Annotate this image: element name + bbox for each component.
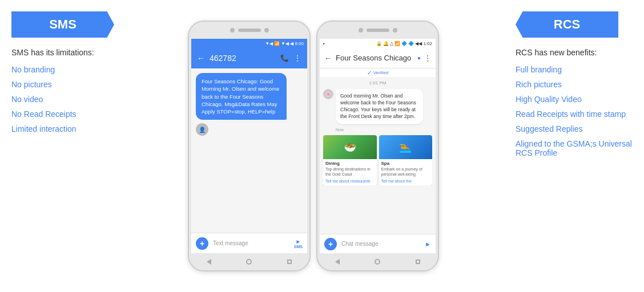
sms-time: ▼◀ ◀ 8:00 xyxy=(281,41,304,46)
send-sms-button[interactable]: ► SMS xyxy=(294,238,303,249)
rcs-panel: RCS RCS has new benefits: Full branding … xyxy=(507,6,644,286)
benefit-hq-video: High Quality Video xyxy=(516,95,582,104)
rcs-app-bar: ← Four Seasons Chicago ● ⋮ xyxy=(320,48,436,68)
rcs-recents-nav-button[interactable] xyxy=(413,257,423,267)
rcs-screen: ▪ 🔒 🔔 △ 📶 🔷 🔷 ◀◀ 1:02 ← Four Seasons Chi… xyxy=(320,39,436,253)
rcs-send-icon[interactable]: ► xyxy=(425,241,431,248)
dining-card[interactable]: 🥗 Dining Top dining destinations in the … xyxy=(323,135,377,185)
rcs-add-button[interactable]: + xyxy=(324,238,337,250)
rcs-cards-row: 🥗 Dining Top dining destinations in the … xyxy=(323,135,432,185)
dining-card-action[interactable]: Tell me about restaurants xyxy=(323,178,377,185)
dining-card-image: 🥗 xyxy=(323,135,377,159)
sms-phone-top xyxy=(189,22,309,39)
rcs-status-bar: ▪ 🔒 🔔 △ 📶 🔷 🔷 ◀◀ 1:02 xyxy=(320,39,436,48)
sms-badge: SMS xyxy=(11,11,114,38)
rcs-camera-dot xyxy=(359,28,363,33)
speaker xyxy=(238,29,261,32)
verified-row: ✓ Verified xyxy=(320,68,436,77)
spa-card[interactable]: 🏊 Spa Embark on a journey of personal we… xyxy=(379,135,433,185)
sms-description: SMS has its limitations: xyxy=(11,48,108,57)
limitation-no-video: No video xyxy=(11,95,108,104)
brand-avatar: 🌸 xyxy=(323,89,333,99)
limitation-limited-interaction: Limited interaction xyxy=(11,124,108,133)
home-nav-button[interactable] xyxy=(244,257,254,267)
benefit-gsma-profile: Aligned to the GSMA;s Universal RCS Prof… xyxy=(516,139,635,157)
benefit-full-branding: Full branding xyxy=(516,65,562,74)
sms-status-bar: ▼◀ 📶 ▼◀ ◀ 8:00 xyxy=(191,39,307,48)
verified-shield-icon: ● xyxy=(417,55,421,61)
spa-card-title: Spa xyxy=(379,159,433,167)
rcs-message-area: 1:01 PM 🌸 Good morning Mr. Olsen and wel… xyxy=(320,77,436,234)
limitation-no-read-receipts: No Read Receipts xyxy=(11,110,108,119)
rcs-badge: RCS xyxy=(516,11,618,38)
rcs-back-nav-button[interactable] xyxy=(332,257,343,267)
rcs-speaker xyxy=(367,29,389,32)
sms-app-bar: ← 462782 📞 ⋮ xyxy=(191,48,307,68)
sms-bubble: Four Seasons Chicago: Good Morning Mr. O… xyxy=(196,73,287,120)
verified-check-icon: ✓ xyxy=(367,70,372,76)
phones-container: ▼◀ 📶 ▼◀ ◀ 8:00 ← 462782 📞 ⋮ Four Seasons… xyxy=(120,21,507,271)
sms-screen: ▼◀ 📶 ▼◀ ◀ 8:00 ← 462782 📞 ⋮ Four Seasons… xyxy=(191,39,307,253)
more-options-icon[interactable]: ⋮ xyxy=(293,54,301,63)
back-icon[interactable]: ← xyxy=(197,54,205,63)
back-nav-button[interactable] xyxy=(204,257,214,267)
message-time: 1:01 PM xyxy=(323,80,432,86)
spa-card-image: 🏊 xyxy=(379,135,433,159)
rcs-status-icons: 🔒 🔔 △ 📶 🔷 🔷 ◀◀ 1:02 xyxy=(376,41,432,46)
rcs-phone: ▪ 🔒 🔔 △ 📶 🔷 🔷 ◀◀ 1:02 ← Four Seasons Chi… xyxy=(316,21,439,271)
sms-input-bar: + Text message ► SMS xyxy=(191,233,307,253)
rcs-camera-dot-2 xyxy=(393,28,397,33)
rcs-message-bubble: Good morning Mr. Olsen and welcome back … xyxy=(336,89,423,124)
rcs-input-bar: + Chat message ► xyxy=(320,234,436,253)
benefit-read-receipts: Read Receipts with time stamp xyxy=(516,110,626,119)
rcs-bubble-row: 🌸 Good morning Mr. Olsen and welcome bac… xyxy=(323,89,432,124)
sms-contact: 462782 xyxy=(210,54,276,63)
rcs-time: 🔷 🔷 ◀◀ 1:02 xyxy=(401,41,432,46)
now-label: Now xyxy=(336,128,432,132)
rcs-more-options-icon[interactable]: ⋮ xyxy=(424,54,431,62)
limitation-no-branding: No branding xyxy=(11,65,108,74)
rcs-phone-top xyxy=(317,22,438,39)
rcs-back-icon[interactable]: ← xyxy=(324,54,332,63)
benefit-rich-pictures: Rich pictures xyxy=(516,80,562,89)
sms-panel: SMS SMS has its limitations: No branding… xyxy=(0,6,120,286)
spa-card-action[interactable]: Tell me about the xyxy=(379,178,433,185)
recents-nav-button[interactable] xyxy=(284,257,295,267)
rcs-contact: Four Seasons Chicago xyxy=(336,54,414,62)
verified-label: Verified xyxy=(373,70,389,75)
spa-image: 🏊 xyxy=(379,135,433,159)
camera-dot-2 xyxy=(264,28,269,33)
limitation-no-pictures: No pictures xyxy=(11,80,108,89)
main-layout: SMS SMS has its limitations: No branding… xyxy=(0,0,644,292)
sms-status-right: ▼◀ 📶 ▼◀ ◀ 8:00 xyxy=(265,41,304,46)
rcs-phone-bottom xyxy=(317,253,438,270)
sms-phone: ▼◀ 📶 ▼◀ ◀ 8:00 ← 462782 📞 ⋮ Four Seasons… xyxy=(188,21,311,271)
camera-dot xyxy=(230,28,235,33)
sms-phone-bottom xyxy=(189,253,309,270)
rcs-home-nav-button[interactable] xyxy=(372,257,383,267)
rcs-description: RCS has new benefits: xyxy=(516,48,597,57)
benefit-suggested-replies: Suggested Replies xyxy=(516,124,583,133)
add-attachment-button[interactable]: + xyxy=(196,237,208,250)
rcs-status-left: ▪ xyxy=(323,41,325,46)
food-image: 🥗 xyxy=(323,135,377,159)
spa-card-desc: Embark on a journey of personal well-bei… xyxy=(379,167,433,178)
sms-text-input[interactable]: Text message xyxy=(213,240,289,246)
dining-card-desc: Top dining destinations in the Gold Coas… xyxy=(323,167,377,178)
dining-card-title: Dining xyxy=(323,159,377,167)
contact-avatar: 👤 xyxy=(196,123,208,136)
sms-send-label: SMS xyxy=(294,245,303,249)
rcs-chat-input[interactable]: Chat message xyxy=(341,241,420,247)
sms-message-area: Four Seasons Chicago: Good Morning Mr. O… xyxy=(191,68,307,233)
phone-icon[interactable]: 📞 xyxy=(280,54,289,62)
